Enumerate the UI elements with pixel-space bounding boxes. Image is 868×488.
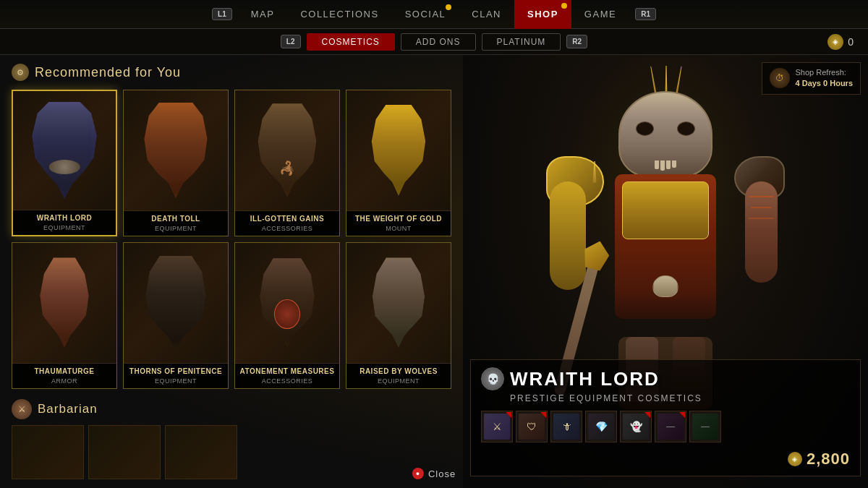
tab-cosmetics[interactable]: Cosmetics (307, 33, 395, 51)
arm-right (745, 181, 778, 283)
char-silhouette-ill (251, 103, 324, 197)
currency-amount: 0 (848, 36, 854, 48)
barbarian-title: Barbarian (38, 402, 98, 416)
preview-card-1[interactable] (12, 425, 84, 479)
item-card-weight-gold[interactable]: THE WEIGHT OF GOLD MOUNT (346, 90, 451, 236)
cosmetic-slots: ⚔ 🛡 🗡 💎 👻 (481, 411, 850, 442)
r1-button[interactable]: R1 (635, 8, 656, 20)
barbarian-icon: ⚔ (12, 399, 32, 419)
item-card-atonement[interactable]: ATONEMENT MEASURES ACCESSORIES (234, 242, 340, 389)
close-label: Close (428, 468, 456, 479)
item-name-death-toll: DEATH TOLL (128, 215, 224, 223)
item-type-thorns: EQUIPMENT (128, 377, 224, 385)
top-navigation: L1 MAP COLLECTIONS SOCIAL CLAN SHOP GAME… (0, 0, 868, 29)
char-silhouette-thauma (30, 257, 98, 347)
nav-item-clan[interactable]: CLAN (459, 0, 514, 29)
item-footer-thorns: THORNS OF PENITENCE EQUIPMENT (124, 363, 228, 388)
item-name-weight-gold: THE WEIGHT OF GOLD (351, 215, 446, 223)
item-footer-ill-gotten: ILL-GOTTEN GAINS ACCESSORIES (235, 210, 339, 236)
nav-item-shop[interactable]: SHOP (514, 0, 571, 29)
recommended-header: ⚙ Recommended for You (12, 64, 451, 81)
price-coin-icon: ◈ (788, 452, 802, 466)
recommended-grid: WRAITH LORD EQUIPMENT DEATH TOLL EQUIPME… (12, 90, 451, 389)
shop-badge (561, 3, 567, 9)
cosm-slot-6[interactable]: — (655, 411, 686, 442)
left-panel: ⚙ Recommended for You WRAITH LORD EQUIPM… (0, 55, 463, 488)
char-badge-wraith (49, 160, 80, 174)
char-silhouette-wraith (26, 102, 103, 199)
cosm-slot-2[interactable]: 🛡 (516, 411, 548, 442)
close-button[interactable]: ● Close (412, 468, 456, 479)
item-image-wraith-lord (13, 91, 116, 210)
character-figure (542, 62, 788, 409)
item-card-thaumaturge[interactable]: THAUMATURGE ARMOR (12, 242, 117, 389)
cosm-slot-7[interactable]: — (689, 411, 721, 442)
sub-navigation: L2 Cosmetics Add Ons Platinum R2 ◈ 0 (0, 29, 868, 55)
char-name-display: 💀 WRAITH LORD (481, 367, 850, 390)
item-footer-weight-gold: THE WEIGHT OF GOLD MOUNT (346, 210, 451, 236)
cosm-slot-4[interactable]: 💎 (585, 411, 617, 442)
close-circle-icon: ● (412, 468, 424, 479)
item-footer-death-toll: DEATH TOLL EQUIPMENT (124, 210, 228, 236)
char-name-panel: 💀 WRAITH LORD PRESTIGE EQUIPMENT COSMETI… (470, 359, 861, 476)
nav-item-collections[interactable]: COLLECTIONS (287, 0, 391, 29)
item-image-weight-gold (346, 90, 451, 210)
item-image-death-toll (124, 90, 228, 210)
price-display: ◈ 2,800 (481, 450, 850, 468)
tab-addons[interactable]: Add Ons (401, 33, 476, 51)
character-info-panel: 💀 WRAITH LORD PRESTIGE EQUIPMENT COSMETI… (470, 359, 861, 481)
item-type-wraith-lord: EQUIPMENT (17, 224, 111, 231)
item-name-ill-gotten: ILL-GOTTEN GAINS (239, 215, 335, 223)
item-footer-atonement: ATONEMENT MEASURES ACCESSORIES (235, 363, 339, 388)
nav-item-social[interactable]: SOCIAL (392, 0, 459, 29)
tab-platinum[interactable]: Platinum (482, 33, 561, 51)
r2-button[interactable]: R2 (566, 35, 587, 48)
char-icon-ill: 🦂 (279, 160, 295, 176)
cosm-slot-5[interactable]: 👻 (620, 411, 652, 442)
l1-button[interactable]: L1 (212, 8, 232, 20)
item-name-raised-wolves: RAISED BY WOLVES (351, 367, 446, 376)
price-amount: 2,800 (807, 450, 850, 468)
barbarian-preview-row (12, 425, 451, 479)
social-badge (446, 4, 451, 10)
item-footer-thaumaturge: THAUMATURGE ARMOR (12, 363, 116, 388)
item-image-atonement (235, 243, 339, 363)
main-content: ⚙ Recommended for You WRAITH LORD EQUIPM… (0, 55, 868, 488)
item-card-death-toll[interactable]: DEATH TOLL EQUIPMENT (123, 90, 229, 236)
item-type-thaumaturge: ARMOR (17, 377, 112, 385)
item-image-ill-gotten: 🦂 (235, 90, 339, 210)
nav-item-map[interactable]: MAP (238, 0, 288, 29)
arm-left (550, 181, 586, 290)
item-name-thaumaturge: THAUMATURGE (17, 367, 112, 376)
char-silhouette-wolves (364, 257, 433, 347)
recommended-icon: ⚙ (12, 64, 29, 81)
item-card-wraith-lord[interactable]: WRAITH LORD EQUIPMENT (12, 90, 117, 236)
currency-display: ◈ 0 (827, 34, 854, 50)
item-type-ill-gotten: ACCESSORIES (239, 225, 335, 232)
item-name-thorns: THORNS OF PENITENCE (128, 367, 224, 376)
preview-card-3[interactable] (165, 425, 237, 479)
char-silhouette-death (138, 103, 213, 199)
char-title: WRAITH LORD (510, 368, 660, 390)
nav-item-game[interactable]: GAME (571, 0, 629, 29)
item-image-thaumaturge (12, 243, 116, 363)
cosm-slot-1[interactable]: ⚔ (481, 411, 513, 442)
char-skull-icon: 💀 (481, 367, 504, 390)
item-footer-raised-wolves: RAISED BY WOLVES EQUIPMENT (346, 363, 451, 388)
item-card-raised-wolves[interactable]: RAISED BY WOLVES EQUIPMENT (346, 242, 451, 389)
currency-icon: ◈ (827, 34, 843, 50)
item-type-atonement: ACCESSORIES (239, 377, 335, 385)
item-type-weight-gold: MOUNT (351, 225, 446, 232)
item-image-thorns (124, 243, 228, 363)
item-footer-wraith-lord: WRAITH LORD EQUIPMENT (13, 210, 116, 235)
char-silhouette-weight (363, 105, 434, 196)
item-image-raised-wolves (346, 243, 451, 363)
preview-card-2[interactable] (88, 425, 161, 479)
recommended-title: Recommended for You (35, 65, 181, 80)
barbarian-section: ⚔ Barbarian (12, 399, 451, 419)
l2-button[interactable]: L2 (281, 35, 301, 48)
cosm-slot-3[interactable]: 🗡 (550, 411, 582, 442)
item-card-ill-gotten[interactable]: 🦂 ILL-GOTTEN GAINS ACCESSORIES (234, 90, 340, 236)
item-name-wraith-lord: WRAITH LORD (17, 214, 111, 223)
item-card-thorns[interactable]: THORNS OF PENITENCE EQUIPMENT (123, 242, 229, 389)
